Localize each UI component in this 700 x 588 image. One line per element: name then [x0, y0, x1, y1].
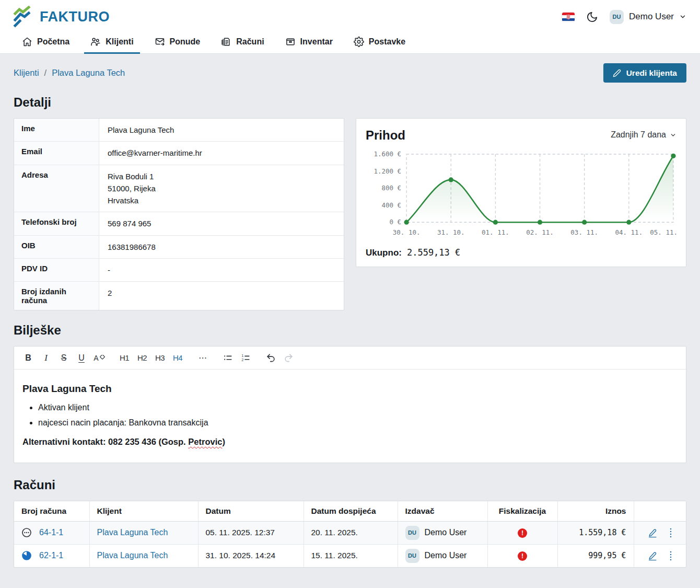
status-partially-paid-icon [21, 550, 32, 561]
col-iznos: Iznos [557, 501, 634, 521]
eraser-icon [99, 355, 105, 361]
invoice-date: 05. 11. 2025. 12:37 [198, 521, 304, 544]
invoice-date: 31. 10. 2025. 14:24 [198, 544, 304, 567]
issuer-avatar: DU [405, 526, 419, 540]
notes-content[interactable]: Plava Laguna Tech Aktivan klijent najces… [14, 370, 686, 463]
undo-button[interactable] [263, 350, 278, 366]
kebab-menu-icon [669, 527, 672, 538]
nav-item-klijenti[interactable]: Klijenti [82, 30, 142, 53]
svg-text:800 €: 800 € [381, 184, 401, 192]
edit-pencil-icon [648, 528, 658, 538]
col-fiskalizacija: Fiskalizacija [487, 501, 557, 521]
svg-text:01. 11.: 01. 11. [482, 228, 509, 236]
fiscalization-error-icon: ! [518, 528, 527, 538]
fiscalization-error-icon: ! [518, 551, 527, 561]
nav-item-ponude[interactable]: Ponude [146, 30, 209, 53]
detail-row-adresa: Adresa Riva Boduli 1 51000, Rijeka Hrvat… [14, 165, 344, 213]
logo-icon [13, 6, 34, 28]
invoice-more-menu[interactable] [668, 526, 673, 539]
invoice-stack-icon [221, 37, 231, 47]
col-izdavac: Izdavač [398, 501, 487, 521]
invoice-number-link[interactable]: 64-1-1 [39, 528, 63, 537]
detail-row-broj-izdanih-racuna: Broj izdanih računa 2 [14, 282, 344, 310]
invoice-client-link[interactable]: Plava Laguna Tech [97, 528, 168, 537]
chevron-down-icon [670, 132, 676, 139]
revenue-chart: 0 €400 €800 €1.200 €1.600 €30. 10.31. 10… [365, 148, 678, 240]
ordered-list-icon: 1 2 [241, 353, 251, 363]
bullet-list-button[interactable] [220, 350, 236, 366]
invoices-table-card: Broj računa Klijent Datum Datum dospijeć… [14, 501, 686, 568]
revenue-card: Prihod Zadnjih 7 dana 0 €400 [356, 118, 686, 267]
edit-invoice-button[interactable] [647, 550, 659, 562]
date-range-select[interactable]: Zadnjih 7 dana [611, 130, 676, 140]
redo-icon [284, 353, 294, 363]
col-datum: Datum [198, 501, 304, 521]
notes-bullet-list: Aktivan klijent najcesci nacin placanja:… [38, 403, 678, 428]
heading-2-button[interactable]: H2 [134, 350, 150, 366]
edit-invoice-button[interactable] [647, 527, 659, 539]
notes-alt-contact: Alternativni kontakt: 082 235 436 (Gosp.… [22, 437, 678, 447]
col-actions [634, 501, 686, 521]
detail-row-email: Email office@kvarner-maritime.hr [14, 142, 344, 165]
more-formatting-button[interactable]: ⋯ [195, 350, 211, 366]
ordered-list-button[interactable]: 1 2 [238, 350, 253, 366]
breadcrumb-current-client[interactable]: Plava Laguna Tech [52, 68, 125, 78]
svg-text:03. 11.: 03. 11. [570, 228, 598, 236]
nav-item-postavke[interactable]: Postavke [345, 30, 414, 53]
redo-button[interactable] [281, 350, 296, 366]
strikethrough-button[interactable]: S [56, 350, 72, 366]
language-flag-croatia[interactable] [562, 13, 575, 21]
revenue-total-label: Ukupno: [366, 248, 402, 258]
invoice-row: 62-1-1 Plava Laguna Tech 31. 10. 2025. 1… [14, 544, 686, 567]
invoices-header-row: Broj računa Klijent Datum Datum dospijeć… [14, 501, 686, 521]
invoice-more-menu[interactable] [668, 549, 673, 562]
invoice-client-link[interactable]: Plava Laguna Tech [97, 551, 168, 560]
breadcrumb-separator: / [44, 68, 47, 78]
notes-bullet: Aktivan klijent [38, 403, 678, 412]
col-datum-dospijeca: Datum dospijeća [304, 501, 398, 521]
svg-text:30. 10.: 30. 10. [393, 228, 421, 236]
app-logo[interactable]: FAKTURO [13, 6, 110, 28]
svg-text:1: 1 [241, 354, 243, 358]
status-pending-icon [21, 527, 32, 538]
breadcrumb-klijenti[interactable]: Klijenti [14, 68, 39, 78]
clear-formatting-button[interactable]: A [91, 350, 107, 366]
revenue-title: Prihod [366, 128, 405, 143]
pencil-icon [613, 69, 621, 77]
detail-row-oib: OIB 16381986678 [14, 236, 344, 259]
inventory-box-icon [285, 37, 296, 47]
user-menu[interactable]: DU Demo User [610, 10, 686, 24]
offer-mail-icon [155, 37, 165, 47]
breadcrumb: Klijenti / Plava Laguna Tech [14, 68, 125, 78]
italic-button[interactable]: I [38, 350, 54, 366]
heading-4-button[interactable]: H4 [170, 350, 185, 366]
svg-text:1.200 €: 1.200 € [374, 167, 401, 175]
svg-text:04. 11.: 04. 11. [615, 228, 643, 236]
revenue-total-value: 2.559,13 € [407, 247, 460, 258]
svg-text:1.600 €: 1.600 € [374, 150, 401, 158]
chevron-down-icon [679, 13, 686, 20]
bold-button[interactable]: B [20, 350, 36, 366]
bullet-list-icon [223, 353, 233, 363]
invoice-row: 64-1-1 Plava Laguna Tech 05. 11. 2025. 1… [14, 521, 686, 544]
nav-item-inventar[interactable]: Inventar [277, 30, 341, 53]
edit-client-button[interactable]: Uredi klijenta [603, 63, 686, 83]
notes-heading: Bilješke [14, 323, 686, 338]
svg-text:05. 11.: 05. 11. [650, 228, 678, 236]
detail-row-ime: Ime Plava Laguna Tech [14, 119, 344, 142]
invoice-number-link[interactable]: 62-1-1 [39, 551, 63, 560]
dark-mode-toggle[interactable] [586, 11, 598, 23]
underline-button[interactable]: U [74, 350, 89, 366]
nav-item-pocetna[interactable]: Početna [14, 30, 78, 53]
heading-1-button[interactable]: H1 [116, 350, 132, 366]
issuer-name: Demo User [425, 551, 467, 560]
col-broj-racuna: Broj računa [14, 501, 89, 521]
issuer-avatar: DU [405, 549, 419, 563]
undo-icon [266, 353, 276, 363]
heading-3-button[interactable]: H3 [152, 350, 168, 366]
moon-icon [586, 11, 598, 23]
brand-name: FAKTURO [40, 9, 110, 25]
nav-item-racuni[interactable]: Računi [213, 30, 272, 53]
notes-toolbar: B I S U A H1 H2 H3 H4 ⋯ [14, 347, 686, 370]
notes-bullet: najcesci nacin placanja: Bankovna transa… [38, 418, 678, 428]
